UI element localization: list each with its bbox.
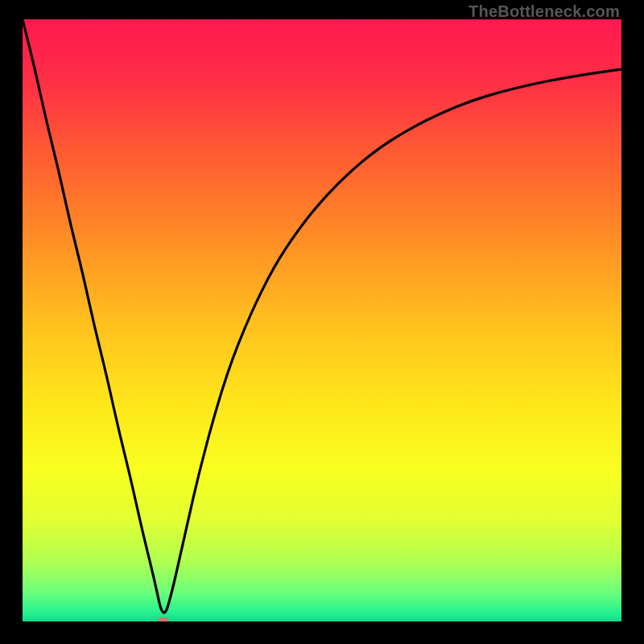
chart-svg	[23, 19, 621, 621]
watermark-text: TheBottleneck.com	[469, 2, 620, 21]
gradient-background	[23, 19, 621, 621]
chart-plot-area	[23, 19, 621, 621]
